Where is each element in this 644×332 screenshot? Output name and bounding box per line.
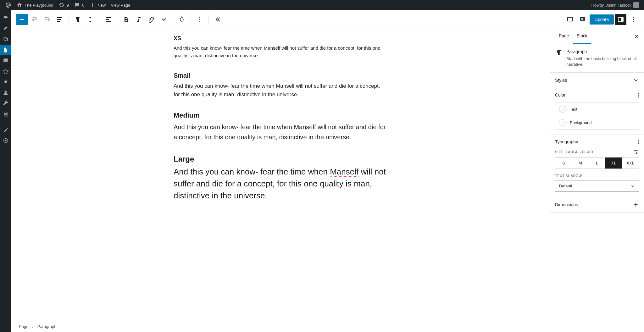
- admin-menu: [0, 10, 11, 332]
- document-overview-button[interactable]: [54, 14, 65, 25]
- plus-icon: [89, 2, 96, 8]
- view-button[interactable]: [564, 14, 576, 25]
- heading-large: Large: [174, 155, 387, 163]
- comments-count: 0: [82, 3, 84, 8]
- styles-panel-toggle[interactable]: Styles: [550, 73, 644, 88]
- align-button[interactable]: [103, 14, 114, 25]
- options-button[interactable]: [628, 14, 639, 25]
- color-text-button[interactable]: Text: [555, 102, 639, 116]
- svg-point-5: [635, 150, 636, 151]
- spell-error: Manself: [330, 167, 358, 177]
- redo-button[interactable]: [42, 14, 53, 25]
- more-rich-text-button[interactable]: [158, 14, 169, 25]
- typography-panel-header[interactable]: Typography: [550, 135, 644, 149]
- heading-small: Small: [174, 72, 387, 79]
- bold-button[interactable]: [120, 14, 132, 25]
- chevron-right-icon: ›: [32, 324, 33, 329]
- site-home-link[interactable]: The Playground: [14, 0, 56, 10]
- menu-plugins[interactable]: [0, 77, 11, 87]
- color-options-icon[interactable]: [638, 93, 639, 97]
- size-xl-button[interactable]: XL: [605, 158, 622, 169]
- new-label: New: [97, 3, 106, 8]
- font-size-picker: S M L XL XXL: [555, 157, 639, 169]
- paragraph-large: And this you can know- fear the time whe…: [174, 166, 387, 202]
- block-options-button[interactable]: [194, 14, 205, 25]
- collapse-toolbar-button[interactable]: [212, 14, 223, 25]
- editor-canvas[interactable]: XS And this you can know- fear the time …: [11, 29, 550, 321]
- menu-tools[interactable]: [0, 98, 11, 109]
- menu-pages[interactable]: [0, 45, 11, 55]
- paragraph-medium: And this you can know- fear the time whe…: [174, 122, 387, 142]
- svg-rect-4: [621, 17, 623, 22]
- italic-button[interactable]: [133, 14, 144, 25]
- text-shadow-label: TEXT SHADOW: [555, 174, 639, 178]
- block-small[interactable]: Small And this you can know- fear the ti…: [174, 72, 387, 99]
- comment-icon: [74, 2, 80, 8]
- block-inserter-button[interactable]: [16, 14, 28, 25]
- size-s-button[interactable]: S: [555, 158, 572, 169]
- chevron-down-icon: [630, 184, 635, 188]
- text-shadow-select[interactable]: Default: [555, 180, 639, 192]
- update-button[interactable]: Update: [590, 14, 614, 25]
- home-icon: [16, 2, 23, 8]
- swatch-empty-icon: [559, 106, 566, 113]
- size-l-button[interactable]: L: [589, 158, 605, 169]
- menu-comments[interactable]: [0, 55, 11, 66]
- color-panel-header[interactable]: Color: [550, 88, 644, 102]
- move-updown-button[interactable]: [85, 14, 96, 25]
- block-xs[interactable]: XS And this you can know- fear the time …: [174, 35, 387, 59]
- menu-posts[interactable]: [0, 23, 11, 34]
- menu-media[interactable]: [0, 34, 11, 45]
- paragraph-small: And this you can know- fear the time whe…: [174, 82, 387, 99]
- menu-appearance[interactable]: [0, 66, 11, 77]
- block-description: Start with the basic building block of a…: [566, 56, 639, 67]
- account-link[interactable]: Howdy, Justin Tadlock: [589, 0, 641, 10]
- breadcrumb-root[interactable]: Page: [19, 324, 28, 329]
- menu-custom-1[interactable]: [0, 124, 11, 135]
- menu-users[interactable]: [0, 87, 11, 98]
- block-title: Paragraph: [566, 49, 639, 54]
- svg-rect-1: [568, 17, 573, 21]
- avatar: [633, 2, 639, 8]
- new-content-link[interactable]: New: [87, 0, 108, 10]
- updates-link[interactable]: 9: [56, 0, 71, 10]
- tab-block[interactable]: Block: [573, 29, 591, 44]
- size-label: SIZE LARGE - FLUID: [555, 150, 593, 154]
- swatch-empty-icon: [559, 119, 566, 126]
- comments-link[interactable]: 0: [71, 0, 87, 10]
- size-settings-icon[interactable]: [633, 149, 639, 155]
- block-info-panel: Paragraph Start with the basic building …: [550, 44, 644, 73]
- admin-bar: The Playground 9 0 New View Page Howdy, …: [0, 0, 644, 10]
- tab-page[interactable]: Page: [555, 29, 573, 44]
- chevron-down-icon: [633, 77, 639, 83]
- block-breadcrumb: Page › Paragraph: [11, 321, 644, 332]
- settings-sidebar-toggle[interactable]: [615, 14, 626, 25]
- wp-logo[interactable]: [3, 0, 14, 10]
- paragraph-block-button[interactable]: [72, 14, 83, 25]
- size-m-button[interactable]: M: [572, 158, 589, 169]
- updates-icon: [58, 2, 65, 8]
- heading-medium: Medium: [174, 111, 387, 119]
- paragraph-icon: [555, 49, 563, 57]
- undo-button[interactable]: [29, 14, 40, 25]
- dimensions-panel-toggle[interactable]: Dimensions: [550, 197, 644, 213]
- svg-point-6: [636, 153, 637, 154]
- plus-icon: [633, 202, 639, 208]
- paragraph-xs: And this you can know- fear the time whe…: [174, 44, 387, 59]
- highlight-button[interactable]: [176, 14, 187, 25]
- menu-custom-2[interactable]: [0, 135, 11, 146]
- view-page-link[interactable]: View Page: [108, 0, 133, 10]
- close-sidebar-button[interactable]: ✕: [634, 33, 639, 40]
- menu-dashboard[interactable]: [0, 13, 11, 23]
- block-large[interactable]: Large And this you can know- fear the ti…: [174, 155, 387, 202]
- editor-toolbar: Update: [11, 10, 644, 29]
- size-xxl-button[interactable]: XXL: [622, 158, 639, 169]
- heading-xs: XS: [174, 35, 387, 42]
- color-background-button[interactable]: Background: [555, 116, 639, 130]
- block-medium[interactable]: Medium And this you can know- fear the t…: [174, 111, 387, 142]
- link-button[interactable]: [146, 14, 157, 25]
- typography-options-icon[interactable]: [638, 140, 639, 144]
- breadcrumb-leaf[interactable]: Paragraph: [37, 324, 57, 329]
- preview-button[interactable]: [577, 14, 588, 25]
- menu-settings[interactable]: [0, 109, 11, 119]
